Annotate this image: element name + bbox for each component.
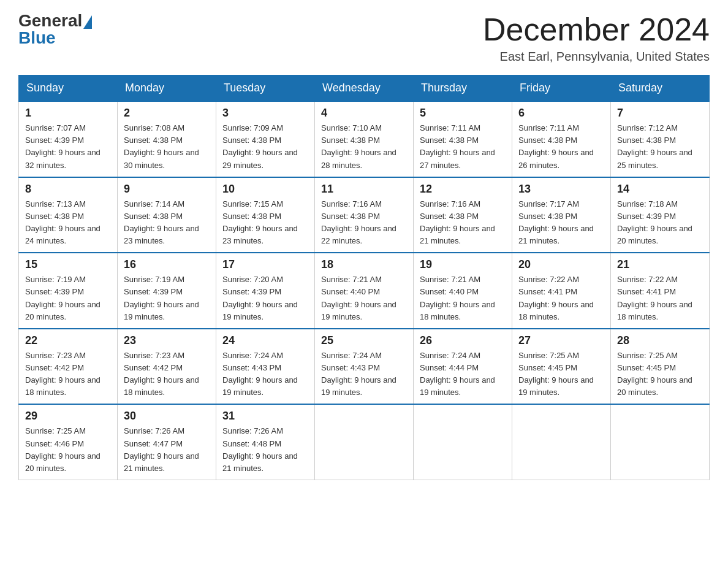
calendar-cell: 8 Sunrise: 7:13 AMSunset: 4:38 PMDayligh…: [19, 177, 118, 253]
calendar-cell: [512, 404, 611, 480]
day-info: Sunrise: 7:22 AMSunset: 4:41 PMDaylight:…: [518, 274, 604, 323]
day-info: Sunrise: 7:24 AMSunset: 4:44 PMDaylight:…: [420, 350, 506, 399]
calendar-cell: 2 Sunrise: 7:08 AMSunset: 4:38 PMDayligh…: [118, 101, 216, 177]
calendar-cell: 12 Sunrise: 7:16 AMSunset: 4:38 PMDaylig…: [414, 177, 512, 253]
calendar-cell: 29 Sunrise: 7:25 AMSunset: 4:46 PMDaylig…: [19, 404, 118, 480]
day-number: 18: [321, 258, 407, 271]
calendar-header-row: SundayMondayTuesdayWednesdayThursdayFrid…: [19, 75, 710, 102]
calendar-cell: 19 Sunrise: 7:21 AMSunset: 4:40 PMDaylig…: [414, 253, 512, 329]
calendar-cell: 24 Sunrise: 7:24 AMSunset: 4:43 PMDaylig…: [216, 329, 315, 405]
day-number: 10: [222, 183, 308, 196]
day-number: 29: [25, 410, 111, 423]
day-info: Sunrise: 7:23 AMSunset: 4:42 PMDaylight:…: [25, 350, 111, 399]
calendar-cell: 28 Sunrise: 7:25 AMSunset: 4:45 PMDaylig…: [611, 329, 710, 405]
day-info: Sunrise: 7:25 AMSunset: 4:46 PMDaylight:…: [25, 425, 111, 475]
location-text: East Earl, Pennsylvania, United States: [483, 50, 710, 64]
day-number: 22: [25, 334, 111, 347]
day-info: Sunrise: 7:26 AMSunset: 4:47 PMDaylight:…: [124, 425, 210, 475]
calendar-cell: 17 Sunrise: 7:20 AMSunset: 4:39 PMDaylig…: [216, 253, 315, 329]
day-number: 11: [321, 183, 407, 196]
calendar-header-monday: Monday: [118, 75, 216, 102]
day-number: 16: [124, 258, 210, 271]
calendar-cell: 23 Sunrise: 7:23 AMSunset: 4:42 PMDaylig…: [118, 329, 216, 405]
day-number: 26: [420, 334, 506, 347]
day-number: 28: [617, 334, 703, 347]
day-info: Sunrise: 7:21 AMSunset: 4:40 PMDaylight:…: [420, 274, 506, 323]
day-number: 25: [321, 334, 407, 347]
day-number: 27: [518, 334, 604, 347]
day-info: Sunrise: 7:17 AMSunset: 4:38 PMDaylight:…: [518, 198, 604, 248]
calendar-cell: 9 Sunrise: 7:14 AMSunset: 4:38 PMDayligh…: [118, 177, 216, 253]
calendar-cell: 13 Sunrise: 7:17 AMSunset: 4:38 PMDaylig…: [512, 177, 611, 253]
calendar-cell: 31 Sunrise: 7:26 AMSunset: 4:48 PMDaylig…: [216, 404, 315, 480]
calendar-table: SundayMondayTuesdayWednesdayThursdayFrid…: [18, 75, 710, 480]
day-info: Sunrise: 7:16 AMSunset: 4:38 PMDaylight:…: [321, 198, 407, 248]
day-number: 8: [25, 183, 111, 196]
day-number: 13: [518, 183, 604, 196]
day-number: 3: [222, 107, 308, 120]
calendar-cell: 16 Sunrise: 7:19 AMSunset: 4:39 PMDaylig…: [118, 253, 216, 329]
day-info: Sunrise: 7:07 AMSunset: 4:39 PMDaylight:…: [25, 122, 111, 172]
calendar-header-wednesday: Wednesday: [315, 75, 414, 102]
day-info: Sunrise: 7:22 AMSunset: 4:41 PMDaylight:…: [617, 274, 703, 323]
day-number: 6: [518, 107, 604, 120]
day-info: Sunrise: 7:13 AMSunset: 4:38 PMDaylight:…: [25, 198, 111, 248]
calendar-cell: [315, 404, 414, 480]
calendar-header-tuesday: Tuesday: [216, 75, 315, 102]
calendar-cell: 3 Sunrise: 7:09 AMSunset: 4:38 PMDayligh…: [216, 101, 315, 177]
day-number: 14: [617, 183, 703, 196]
calendar-week-row: 29 Sunrise: 7:25 AMSunset: 4:46 PMDaylig…: [19, 404, 710, 480]
day-number: 21: [617, 258, 703, 271]
calendar-cell: 15 Sunrise: 7:19 AMSunset: 4:39 PMDaylig…: [19, 253, 118, 329]
day-info: Sunrise: 7:24 AMSunset: 4:43 PMDaylight:…: [321, 350, 407, 399]
calendar-cell: 18 Sunrise: 7:21 AMSunset: 4:40 PMDaylig…: [315, 253, 414, 329]
day-number: 31: [222, 410, 308, 423]
calendar-cell: 7 Sunrise: 7:12 AMSunset: 4:38 PMDayligh…: [611, 101, 710, 177]
calendar-week-row: 1 Sunrise: 7:07 AMSunset: 4:39 PMDayligh…: [19, 101, 710, 177]
day-number: 9: [124, 183, 210, 196]
day-info: Sunrise: 7:26 AMSunset: 4:48 PMDaylight:…: [222, 425, 308, 475]
day-info: Sunrise: 7:24 AMSunset: 4:43 PMDaylight:…: [222, 350, 308, 399]
day-info: Sunrise: 7:25 AMSunset: 4:45 PMDaylight:…: [518, 350, 604, 399]
page-header: General Blue December 2024 East Earl, Pe…: [18, 12, 710, 64]
day-number: 30: [124, 410, 210, 423]
calendar-week-row: 15 Sunrise: 7:19 AMSunset: 4:39 PMDaylig…: [19, 253, 710, 329]
day-info: Sunrise: 7:11 AMSunset: 4:38 PMDaylight:…: [518, 122, 604, 172]
calendar-cell: 25 Sunrise: 7:24 AMSunset: 4:43 PMDaylig…: [315, 329, 414, 405]
day-info: Sunrise: 7:15 AMSunset: 4:38 PMDaylight:…: [222, 198, 308, 248]
day-number: 17: [222, 258, 308, 271]
calendar-header-saturday: Saturday: [611, 75, 710, 102]
calendar-cell: 6 Sunrise: 7:11 AMSunset: 4:38 PMDayligh…: [512, 101, 611, 177]
day-number: 15: [25, 258, 111, 271]
calendar-cell: 11 Sunrise: 7:16 AMSunset: 4:38 PMDaylig…: [315, 177, 414, 253]
calendar-header-thursday: Thursday: [414, 75, 512, 102]
calendar-header-friday: Friday: [512, 75, 611, 102]
day-number: 24: [222, 334, 308, 347]
title-block: December 2024 East Earl, Pennsylvania, U…: [483, 12, 710, 64]
day-info: Sunrise: 7:19 AMSunset: 4:39 PMDaylight:…: [25, 274, 111, 323]
day-info: Sunrise: 7:08 AMSunset: 4:38 PMDaylight:…: [124, 122, 210, 172]
day-number: 12: [420, 183, 506, 196]
day-info: Sunrise: 7:18 AMSunset: 4:39 PMDaylight:…: [617, 198, 703, 248]
day-number: 4: [321, 107, 407, 120]
day-info: Sunrise: 7:16 AMSunset: 4:38 PMDaylight:…: [420, 198, 506, 248]
calendar-cell: [611, 404, 710, 480]
day-info: Sunrise: 7:19 AMSunset: 4:39 PMDaylight:…: [124, 274, 210, 323]
month-title: December 2024: [483, 12, 710, 47]
logo: General Blue: [18, 12, 93, 47]
day-info: Sunrise: 7:09 AMSunset: 4:38 PMDaylight:…: [222, 122, 308, 172]
logo-blue-text: Blue: [18, 28, 56, 47]
calendar-cell: 10 Sunrise: 7:15 AMSunset: 4:38 PMDaylig…: [216, 177, 315, 253]
day-info: Sunrise: 7:23 AMSunset: 4:42 PMDaylight:…: [124, 350, 210, 399]
calendar-cell: 5 Sunrise: 7:11 AMSunset: 4:38 PMDayligh…: [414, 101, 512, 177]
calendar-cell: 20 Sunrise: 7:22 AMSunset: 4:41 PMDaylig…: [512, 253, 611, 329]
day-number: 19: [420, 258, 506, 271]
day-info: Sunrise: 7:10 AMSunset: 4:38 PMDaylight:…: [321, 122, 407, 172]
calendar-header-sunday: Sunday: [19, 75, 118, 102]
logo-triangle-icon: [83, 15, 92, 29]
day-number: 7: [617, 107, 703, 120]
day-number: 2: [124, 107, 210, 120]
calendar-cell: 30 Sunrise: 7:26 AMSunset: 4:47 PMDaylig…: [118, 404, 216, 480]
day-info: Sunrise: 7:11 AMSunset: 4:38 PMDaylight:…: [420, 122, 506, 172]
day-info: Sunrise: 7:21 AMSunset: 4:40 PMDaylight:…: [321, 274, 407, 323]
